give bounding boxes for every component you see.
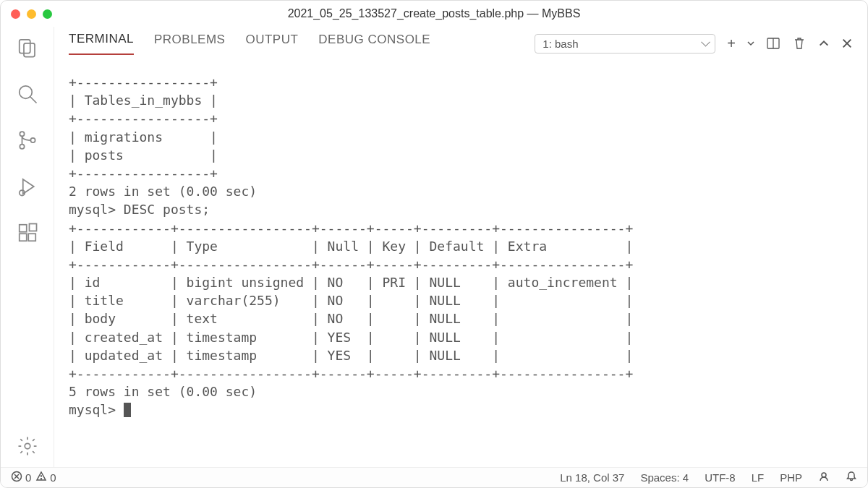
svg-rect-10	[19, 234, 26, 241]
status-feedback-icon[interactable]	[818, 471, 830, 484]
svg-point-5	[20, 145, 24, 149]
panel-tabs: TERMINAL PROBLEMS OUTPUT DEBUG CONSOLE 1…	[54, 27, 867, 60]
svg-rect-12	[29, 224, 36, 231]
settings-gear-icon[interactable]	[17, 435, 38, 457]
titlebar: 2021_05_25_133527_create_posts_table.php…	[1, 1, 867, 27]
close-panel-icon[interactable]	[841, 38, 853, 49]
run-debug-icon[interactable]	[17, 176, 38, 197]
new-terminal-dropdown-icon[interactable]	[747, 40, 754, 47]
extensions-icon[interactable]	[17, 222, 38, 244]
source-control-icon[interactable]	[17, 129, 38, 151]
window-title: 2021_05_25_133527_create_posts_table.php…	[288, 7, 581, 20]
svg-rect-0	[19, 40, 30, 53]
maximize-panel-icon[interactable]	[818, 38, 830, 49]
main-area: TERMINAL PROBLEMS OUTPUT DEBUG CONSOLE 1…	[1, 27, 867, 467]
bell-icon	[846, 471, 857, 484]
error-icon	[11, 471, 22, 484]
warning-icon	[35, 471, 47, 484]
tab-terminal[interactable]: TERMINAL	[69, 32, 134, 55]
feedback-icon	[818, 471, 830, 484]
close-window-button[interactable]	[11, 9, 20, 19]
kill-terminal-icon[interactable]	[792, 36, 807, 51]
new-terminal-icon[interactable]: +	[727, 35, 736, 52]
minimize-window-button[interactable]	[27, 9, 36, 19]
error-count: 0	[25, 471, 31, 484]
activity-bar	[1, 27, 54, 467]
svg-rect-11	[28, 234, 35, 241]
status-language[interactable]: PHP	[780, 471, 802, 484]
svg-point-4	[20, 132, 24, 136]
svg-line-3	[30, 97, 36, 103]
status-indentation[interactable]: Spaces: 4	[640, 471, 689, 484]
svg-rect-1	[24, 43, 35, 57]
svg-point-23	[822, 473, 826, 477]
status-warnings[interactable]: 0	[35, 471, 56, 484]
svg-point-22	[41, 479, 42, 479]
tab-problems[interactable]: PROBLEMS	[154, 33, 225, 54]
maximize-window-button[interactable]	[43, 9, 52, 19]
svg-rect-9	[19, 225, 26, 232]
status-eol[interactable]: LF	[752, 471, 765, 484]
panel-controls: 1: bash +	[535, 34, 853, 53]
panel-content: TERMINAL PROBLEMS OUTPUT DEBUG CONSOLE 1…	[54, 27, 867, 467]
split-terminal-icon[interactable]	[766, 36, 780, 51]
search-icon[interactable]	[17, 83, 38, 105]
status-bar: 0 0 Ln 18, Col 37 Spaces: 4 UTF-8 LF PHP	[1, 467, 867, 487]
terminal-selector-dropdown[interactable]: 1: bash	[535, 34, 715, 53]
svg-point-2	[19, 86, 32, 99]
status-bell-icon[interactable]	[846, 471, 857, 484]
svg-point-6	[30, 138, 35, 142]
svg-point-13	[25, 443, 30, 449]
tab-output[interactable]: OUTPUT	[245, 33, 298, 54]
status-encoding[interactable]: UTF-8	[705, 471, 736, 484]
traffic-lights	[11, 9, 52, 19]
terminal-output[interactable]: +-----------------+| Tables_in_mybbs |+-…	[54, 60, 867, 467]
warning-count: 0	[50, 471, 56, 484]
explorer-icon[interactable]	[17, 37, 38, 59]
tab-debug-console[interactable]: DEBUG CONSOLE	[318, 33, 430, 54]
status-cursor-position[interactable]: Ln 18, Col 37	[560, 471, 624, 484]
status-errors[interactable]: 0	[11, 471, 31, 484]
